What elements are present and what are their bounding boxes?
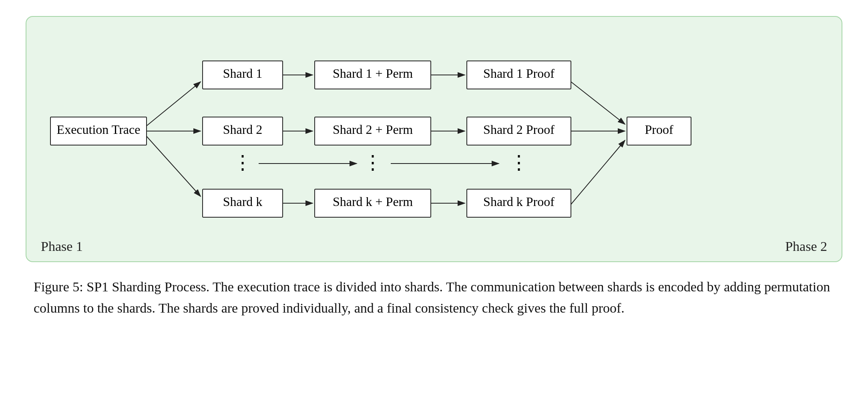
svg-line-23 (571, 140, 625, 204)
dots2: ⋮ (363, 152, 382, 173)
shard2perm-label: Shard 2 + Perm (333, 122, 413, 137)
svg-line-14 (147, 136, 201, 196)
diagram-container: Execution Trace Shard 1 Shard 2 Shard k … (26, 16, 842, 262)
dots1: ⋮ (233, 152, 252, 173)
shard2proof-label: Shard 2 Proof (483, 122, 555, 137)
svg-line-12 (147, 82, 201, 126)
diagram-svg: Execution Trace Shard 1 Shard 2 Shard k … (42, 29, 827, 253)
dots3: ⋮ (509, 152, 528, 173)
shardkperm-label: Shard k + Perm (333, 194, 413, 209)
phase2-label: Phase 2 (785, 239, 827, 254)
caption-text: SP1 Sharding Process. The execution trac… (34, 279, 830, 315)
proof-label: Proof (645, 122, 673, 137)
shardkproof-label: Shard k Proof (483, 194, 555, 209)
shardk-label: Shard k (223, 194, 263, 209)
svg-line-21 (571, 82, 625, 124)
shard1proof-label: Shard 1 Proof (483, 66, 555, 81)
shard1perm-label: Shard 1 + Perm (333, 66, 413, 81)
shard1-label: Shard 1 (223, 66, 263, 81)
exec-label: Execution Trace (57, 122, 141, 137)
phase1-label: Phase 1 (41, 239, 83, 254)
shard2-label: Shard 2 (223, 122, 263, 137)
figure-label: Figure 5: (34, 279, 83, 294)
figure-caption: Figure 5: SP1 Sharding Process. The exec… (26, 277, 842, 319)
